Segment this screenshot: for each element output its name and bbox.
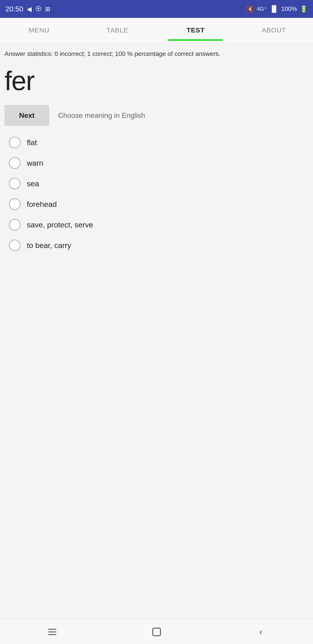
location-icon: ◀ bbox=[27, 5, 32, 13]
network-4g-icon: 4G⁺ bbox=[257, 6, 267, 12]
next-button[interactable]: Next bbox=[4, 105, 49, 126]
qr-icon: ⊞ bbox=[45, 5, 50, 13]
options-list: flat warn sea forehead save, protect, se… bbox=[7, 132, 309, 255]
battery-icon: 🔋 bbox=[300, 5, 308, 13]
option-label-4: forehead bbox=[27, 200, 57, 209]
home-icon bbox=[152, 628, 161, 636]
tab-table[interactable]: TABLE bbox=[78, 20, 156, 41]
option-4[interactable]: forehead bbox=[7, 194, 309, 214]
option-label-3: sea bbox=[27, 179, 39, 188]
shazam-icon: ⦿ bbox=[35, 5, 41, 12]
option-5[interactable]: save, protect, serve bbox=[7, 215, 309, 234]
status-bar-right: 🔇 4G⁺ ▐▌ 100% 🔋 bbox=[246, 5, 308, 13]
radio-2[interactable] bbox=[9, 157, 20, 169]
option-3[interactable]: sea bbox=[7, 174, 309, 194]
question-prompt: Choose meaning in English bbox=[58, 105, 145, 120]
option-label-5: save, protect, serve bbox=[27, 220, 93, 229]
tab-about[interactable]: ABOUT bbox=[235, 20, 313, 41]
signal-icon: ▐▌ bbox=[270, 5, 279, 12]
main-content: Answer statistics: 0 incorrect; 1 correc… bbox=[0, 42, 313, 620]
option-label-6: to bear, carry bbox=[27, 241, 71, 250]
radio-6[interactable] bbox=[9, 240, 20, 251]
nav-tabs: MENU TABLE TEST ABOUT bbox=[0, 18, 313, 42]
mute-icon: 🔇 bbox=[246, 5, 254, 13]
radio-4[interactable] bbox=[9, 198, 20, 210]
stats-text: Answer statistics: 0 incorrect; 1 correc… bbox=[4, 49, 309, 58]
option-label-2: warn bbox=[27, 159, 43, 168]
option-1[interactable]: flat bbox=[7, 132, 309, 152]
bottom-nav-back[interactable]: ‹ bbox=[209, 620, 313, 644]
battery-text: 100% bbox=[281, 5, 297, 12]
word-display: fer bbox=[4, 65, 309, 96]
option-label-1: flat bbox=[27, 138, 37, 147]
tab-test[interactable]: TEST bbox=[157, 20, 235, 41]
status-time: 20:50 bbox=[5, 5, 23, 13]
recent-apps-icon bbox=[47, 628, 57, 636]
option-2[interactable]: warn bbox=[7, 153, 309, 173]
status-bar: 20:50 ◀ ⦿ ⊞ 🔇 4G⁺ ▐▌ 100% 🔋 bbox=[0, 0, 313, 18]
bottom-nav: ‹ bbox=[0, 620, 313, 644]
radio-5[interactable] bbox=[9, 219, 20, 230]
option-6[interactable]: to bear, carry bbox=[7, 236, 309, 255]
status-bar-left: 20:50 ◀ ⦿ ⊞ bbox=[5, 5, 50, 13]
bottom-nav-recent[interactable] bbox=[0, 620, 104, 644]
radio-1[interactable] bbox=[9, 137, 20, 148]
radio-3[interactable] bbox=[9, 178, 20, 190]
question-row: Next Choose meaning in English bbox=[4, 105, 309, 126]
bottom-nav-home[interactable] bbox=[104, 620, 209, 644]
back-icon: ‹ bbox=[259, 627, 262, 637]
tab-menu[interactable]: MENU bbox=[0, 20, 78, 41]
